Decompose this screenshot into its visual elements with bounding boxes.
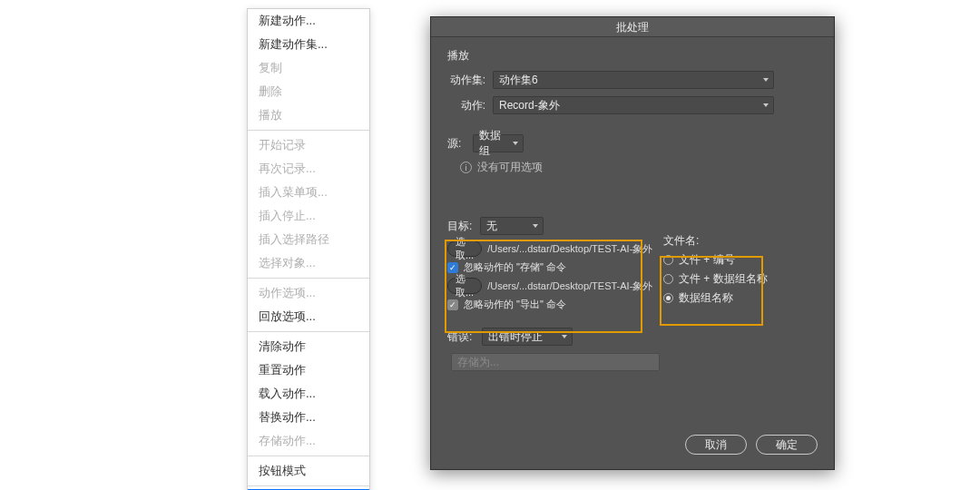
no-options-text: 没有可用选项 <box>477 160 543 175</box>
info-icon: i <box>460 162 472 173</box>
menu-separator <box>248 485 369 486</box>
source-select[interactable]: 数据组 <box>473 134 524 152</box>
destination-label: 目标: <box>447 219 473 234</box>
error-label: 错误: <box>447 329 475 345</box>
filename-radio-datagroup-name[interactable] <box>663 274 673 284</box>
destination-select[interactable]: 无 <box>480 217 544 235</box>
save-as-input: 存储为... <box>451 353 660 371</box>
destination-value: 无 <box>486 219 497 234</box>
chevron-down-icon <box>763 103 769 107</box>
chevron-down-icon <box>513 142 518 145</box>
menu-reset-actions[interactable]: 重置动作 <box>248 358 369 382</box>
action-set-label: 动作集: <box>447 73 485 88</box>
override-export-label: 忽略动作的 "导出" 命令 <box>464 298 566 311</box>
filename-label: 文件名: <box>663 233 768 249</box>
chevron-down-icon <box>763 78 769 82</box>
menu-duplicate: 复制 <box>248 56 369 80</box>
menu-insert-stop: 插入停止... <box>248 204 369 228</box>
override-save-label: 忽略动作的 "存储" 命令 <box>464 260 566 274</box>
action-value: Record-象外 <box>499 98 560 113</box>
actions-context-menu: 新建动作... 新建动作集... 复制 删除 播放 开始记录 再次记录... 插… <box>247 8 370 490</box>
override-export-checkbox[interactable]: ✓ <box>447 299 458 310</box>
menu-playback-options[interactable]: 回放选项... <box>248 305 369 328</box>
menu-play: 播放 <box>248 103 369 127</box>
menu-delete: 删除 <box>248 80 369 103</box>
menu-record-again: 再次记录... <box>248 157 369 181</box>
ok-button[interactable]: 确定 <box>756 435 818 455</box>
action-set-value: 动作集6 <box>499 73 538 88</box>
source-value: 数据组 <box>479 128 506 159</box>
source-label: 源: <box>447 136 466 152</box>
menu-new-action[interactable]: 新建动作... <box>248 9 369 33</box>
choose-folder-2-path: /Users/...dstar/Desktop/TEST-AI-象外 <box>487 279 652 293</box>
menu-save-actions: 存储动作... <box>248 429 369 453</box>
menu-insert-menu-item: 插入菜单项... <box>248 181 369 204</box>
choose-folder-1-button[interactable]: 选取... <box>447 240 482 257</box>
menu-separator <box>248 331 369 332</box>
cancel-button[interactable]: 取消 <box>685 435 747 455</box>
filename-radio-number-label: 文件 + 编号 <box>679 252 735 268</box>
menu-action-options: 动作选项... <box>248 281 369 305</box>
filename-radio-number[interactable] <box>663 255 673 265</box>
menu-select-object: 选择对象... <box>248 251 369 275</box>
choose-folder-1-path: /Users/...dstar/Desktop/TEST-AI-象外 <box>487 242 652 256</box>
menu-start-recording: 开始记录 <box>248 133 369 157</box>
override-save-checkbox[interactable]: ✓ <box>447 262 458 273</box>
action-label: 动作: <box>447 98 485 113</box>
menu-clear-actions[interactable]: 清除动作 <box>248 335 369 358</box>
error-select[interactable]: 出错时停止 <box>482 328 573 346</box>
menu-separator <box>248 456 369 456</box>
error-value: 出错时停止 <box>488 329 543 345</box>
chevron-down-icon <box>533 224 538 228</box>
filename-radio-datagroup-name-label: 文件 + 数据组名称 <box>679 271 768 287</box>
choose-folder-2-button[interactable]: 选取... <box>447 278 482 294</box>
menu-replace-actions[interactable]: 替换动作... <box>248 406 369 429</box>
filename-radio-datagroup-only-label: 数据组名称 <box>679 290 733 306</box>
action-select[interactable]: Record-象外 <box>493 96 774 114</box>
filename-radio-datagroup-only[interactable] <box>663 293 673 303</box>
menu-separator <box>248 130 369 131</box>
menu-button-mode[interactable]: 按钮模式 <box>248 459 369 483</box>
menu-new-action-set[interactable]: 新建动作集... <box>248 33 369 56</box>
menu-insert-select-path: 插入选择路径 <box>248 228 369 251</box>
play-section-label: 播放 <box>447 48 818 64</box>
menu-separator <box>248 278 369 279</box>
chevron-down-icon <box>562 335 567 338</box>
batch-dialog: 批处理 播放 动作集: 动作集6 动作: Record-象外 源: 数据组 <box>430 16 835 470</box>
menu-load-actions[interactable]: 载入动作... <box>248 382 369 406</box>
dialog-title: 批处理 <box>431 17 834 37</box>
action-set-select[interactable]: 动作集6 <box>493 71 774 89</box>
